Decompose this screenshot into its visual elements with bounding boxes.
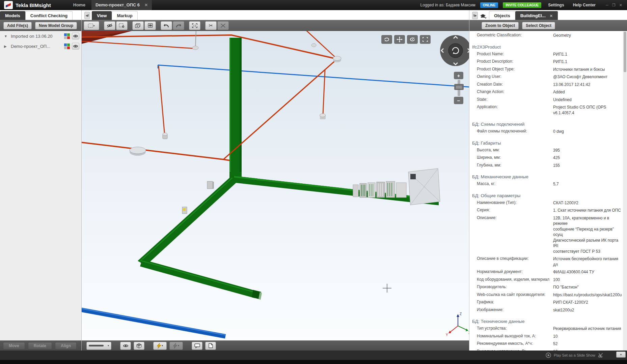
property-value: ПО "Бастион" <box>553 284 623 290</box>
tree-expander-icon[interactable]: ▼ <box>4 34 11 38</box>
help-center-menu[interactable]: Help Center <box>571 3 598 7</box>
home-menu[interactable]: Home <box>67 0 91 10</box>
selection-tool-button[interactable]: ▾ <box>84 21 99 30</box>
zoom-in-button[interactable]: + <box>454 72 463 79</box>
property-row: Выходное напряжение, В: 12 <box>469 348 623 351</box>
zoom-to-object-button[interactable]: Zoom to Object <box>482 22 519 29</box>
manipulation-button[interactable]: Align <box>55 342 77 350</box>
tab-building-element-label: BuildingEl... <box>520 11 546 20</box>
zoom-slider-track[interactable] <box>458 80 460 96</box>
models-panel: Models Conflict Checking Add File(s) New… <box>0 10 82 351</box>
hide-object-button[interactable] <box>104 21 115 30</box>
orbit-icon <box>384 37 390 42</box>
spin-mode-button[interactable] <box>407 35 418 44</box>
slideshow-tools-icon[interactable] <box>598 353 603 358</box>
zoom-slider-handle[interactable] <box>454 84 464 90</box>
show-all-button[interactable] <box>144 21 156 30</box>
property-label: Нормативный документ: <box>477 269 553 274</box>
manipulation-button[interactable]: Rotate <box>28 342 52 350</box>
fullscreen-button[interactable] <box>420 35 431 44</box>
model-colors-icon[interactable] <box>64 43 70 49</box>
window-controls[interactable]: ─ ❐ ✕ <box>606 3 624 7</box>
tab-conflict-checking[interactable]: Conflict Checking <box>25 11 73 20</box>
document-tab-close-icon[interactable]: ✕ <box>144 0 148 10</box>
tab-objects[interactable]: Objects <box>489 11 515 20</box>
zoom-control[interactable]: + − <box>454 72 464 104</box>
add-files-button[interactable]: Add File(s) <box>3 22 32 29</box>
fit-to-view-button[interactable] <box>189 21 200 30</box>
property-label: БД: Технические данные <box>472 319 524 324</box>
properties-panel: ‖▶ Objects BuildingEl... ✕ Zoom to Objec… <box>469 10 627 351</box>
tab-view[interactable]: View <box>92 11 112 20</box>
model-tree-row[interactable]: ▼ Imported on 13.06.20 <box>0 31 81 41</box>
minimize-icon[interactable]: ─ <box>606 3 610 7</box>
orbit-mode-button[interactable] <box>381 35 392 44</box>
property-value: 395 <box>553 148 623 153</box>
properties-scrollbar[interactable] <box>623 31 627 351</box>
undo-button[interactable] <box>161 21 172 30</box>
layers-icon[interactable] <box>480 13 487 19</box>
maximize-icon[interactable]: ❐ <box>612 3 617 7</box>
scene-3d-model: Z Y X <box>82 31 469 340</box>
redo-button[interactable] <box>173 21 184 30</box>
visibility-eye-icon[interactable] <box>72 43 79 50</box>
hide-selection-button[interactable] <box>116 21 128 30</box>
pan-arrows-icon <box>397 36 403 42</box>
scroll-down-button[interactable]: ▼ <box>616 352 626 358</box>
chevron-down-icon: ▾ <box>178 344 179 347</box>
comment-button[interactable] <box>192 342 202 350</box>
note-button[interactable] <box>205 342 216 350</box>
property-value: Источники питания и боксы <box>553 67 623 72</box>
scene-canvas[interactable]: Z Y X <box>82 31 469 340</box>
slideshow-label: Play Set as a Slide Show <box>554 353 595 357</box>
property-row: Код оборудования, изделия, материал 100 <box>469 276 623 284</box>
visibility-eye-icon[interactable] <box>72 33 79 39</box>
conflict-secondary-button[interactable]: ▾ <box>169 342 183 350</box>
scroll-down-icon: ▼ <box>620 353 622 356</box>
clip-plane-button[interactable]: ✂ <box>205 21 217 30</box>
manipulation-button[interactable]: Move <box>3 342 25 350</box>
spin-icon <box>409 37 415 42</box>
document-tab[interactable]: Demo-проект_ОПС 6 ✕ <box>91 0 152 10</box>
document-icon <box>209 343 213 348</box>
invite-colleague-button[interactable]: INVITE COLLEAGUE <box>503 2 541 8</box>
scrollbar-thumb[interactable] <box>624 32 626 72</box>
model-colors-icon[interactable] <box>64 33 70 39</box>
expand-brackets-icon <box>422 37 428 42</box>
scissors-icon: ✂ <box>209 23 213 29</box>
property-value: 100 <box>553 277 623 283</box>
property-value: РИП1.1 <box>553 52 623 57</box>
slideshow-controls[interactable]: Play Set as a Slide Show <box>546 353 603 358</box>
zoom-out-button[interactable]: − <box>454 97 463 104</box>
property-label: Ifc2X3Product <box>472 44 501 50</box>
select-object-button[interactable]: Select Object <box>522 22 555 29</box>
conflict-highlight-button[interactable]: ▾ <box>153 342 167 350</box>
property-row: Тип устройства: Резервированный источник… <box>469 325 623 333</box>
tab-close-icon[interactable]: ✕ <box>550 11 553 20</box>
property-value: 12В, 10А, кратковременно и в режиме сооб… <box>553 215 623 254</box>
transparency-cube-button[interactable] <box>134 342 144 350</box>
model-tree-row[interactable]: ▶ Demo-проект_ОП... <box>0 41 81 51</box>
property-value: 10 <box>553 334 623 339</box>
tab-markup[interactable]: Markup <box>112 11 137 20</box>
new-model-group-button[interactable]: New Model Group <box>35 22 77 29</box>
visibility-button[interactable] <box>120 342 131 350</box>
show-only-selected-button[interactable] <box>132 21 144 30</box>
property-row: Product Object Type: Источники питания и… <box>469 66 623 73</box>
property-value: @ЗАО Сисофт Девелопмент <box>553 74 623 80</box>
collapse-left-panel-icon[interactable]: ◀‖ <box>84 12 90 19</box>
tab-models[interactable]: Models <box>0 11 25 20</box>
property-label: Масса, кг: <box>477 181 553 186</box>
line-style-preview <box>89 345 104 346</box>
remove-clip-button[interactable] <box>217 21 229 30</box>
property-label: Код оборудования, изделия, материал <box>477 277 553 282</box>
close-window-icon[interactable]: ✕ <box>619 3 624 7</box>
tab-building-element[interactable]: BuildingEl... ✕ <box>515 11 558 20</box>
play-icon[interactable] <box>546 353 551 358</box>
collapse-right-panel-icon[interactable]: ‖▶ <box>472 12 478 19</box>
pan-mode-button[interactable] <box>394 35 405 44</box>
tree-expander-icon[interactable]: ▶ <box>4 44 11 48</box>
line-style-dropdown[interactable]: ▾ <box>86 342 111 350</box>
navigation-wheel[interactable] <box>439 34 469 67</box>
settings-menu[interactable]: Settings <box>546 3 566 7</box>
